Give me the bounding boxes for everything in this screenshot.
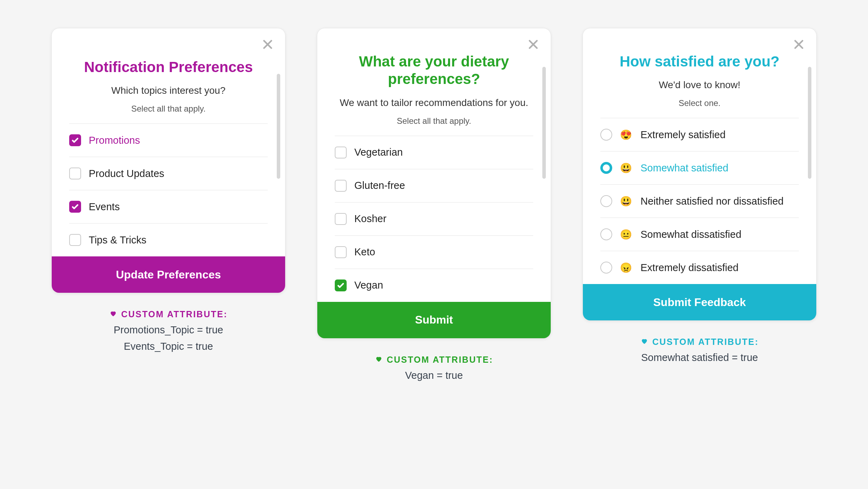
meta-header: CUSTOM ATTRIBUTE: <box>641 337 759 347</box>
radio-option[interactable]: 😃 Somewhat satisfied <box>600 151 799 184</box>
checkbox-option[interactable]: Vegetarian <box>335 136 533 169</box>
checkbox-icon <box>335 246 347 258</box>
option-label: Tips & Tricks <box>89 234 146 246</box>
option-label: Kosher <box>354 213 386 225</box>
card-subtitle: Which topics interest you? <box>69 85 268 96</box>
scrollbar[interactable] <box>542 67 546 179</box>
heart-icon <box>375 355 383 365</box>
radio-icon <box>600 129 612 141</box>
emoji-icon: 😃 <box>620 196 632 207</box>
checkbox-icon <box>335 147 347 158</box>
option-label: Promotions <box>89 135 140 146</box>
card-hint: Select all that apply. <box>335 116 533 126</box>
option-list: Vegetarian Gluten-free Kosher Keto Vegan <box>335 136 533 302</box>
radio-option[interactable]: 😠 Extremely dissatisfied <box>600 251 799 284</box>
option-list: 😍 Extremely satisfied 😃 Somewhat satisfi… <box>600 118 799 284</box>
checkbox-option[interactable]: Keto <box>335 235 533 269</box>
radio-option[interactable]: 😃 Neither satisfied nor dissatisfied <box>600 184 799 218</box>
custom-attribute-note: CUSTOM ATTRIBUTE: Somewhat satisfied = t… <box>641 337 759 363</box>
checkbox-option[interactable]: Tips & Tricks <box>69 223 268 256</box>
scrollbar[interactable] <box>277 74 280 179</box>
survey-card: How satisfied are you? We'd love to know… <box>583 28 817 321</box>
meta-header: CUSTOM ATTRIBUTE: <box>375 355 493 365</box>
radio-option[interactable]: 😍 Extremely satisfied <box>600 118 799 151</box>
option-label: Vegan <box>354 279 383 291</box>
meta-value: Promotions_Topic = true <box>109 324 228 336</box>
meta-label: CUSTOM ATTRIBUTE: <box>387 355 493 365</box>
checkbox-icon <box>335 213 347 225</box>
submit-button[interactable]: Submit Feedback <box>583 284 816 320</box>
card-body: Notification Preferences Which topics in… <box>52 28 285 256</box>
checkbox-icon <box>69 234 81 246</box>
checkbox-icon <box>335 279 347 291</box>
emoji-icon: 😃 <box>620 162 632 174</box>
card-hint: Select one. <box>600 98 799 108</box>
survey-card: What are your dietary preferences? We wa… <box>317 28 551 339</box>
card-body: What are your dietary preferences? We wa… <box>317 28 551 302</box>
card-subtitle: We'd love to know! <box>600 79 799 91</box>
emoji-icon: 😍 <box>620 129 632 141</box>
radio-icon <box>600 162 612 174</box>
emoji-icon: 😠 <box>620 262 632 274</box>
option-label: Product Updates <box>89 168 164 179</box>
survey-column-notifications: Notification Preferences Which topics in… <box>51 28 285 352</box>
submit-button[interactable]: Update Preferences <box>52 256 285 293</box>
close-icon[interactable] <box>261 38 274 51</box>
meta-value: Vegan = true <box>375 370 493 381</box>
survey-column-dietary: What are your dietary preferences? We wa… <box>317 28 551 381</box>
card-hint: Select all that apply. <box>69 104 268 114</box>
emoji-icon: 😐 <box>620 229 632 240</box>
custom-attribute-note: CUSTOM ATTRIBUTE: Vegan = true <box>375 355 493 381</box>
checkbox-option[interactable]: Promotions <box>69 123 268 157</box>
checkbox-option[interactable]: Vegan <box>335 269 533 302</box>
close-icon[interactable] <box>793 38 805 51</box>
meta-label: CUSTOM ATTRIBUTE: <box>121 309 228 319</box>
meta-header: CUSTOM ATTRIBUTE: <box>109 309 228 319</box>
checkbox-option[interactable]: Product Updates <box>69 157 268 190</box>
checkbox-icon <box>69 201 81 213</box>
close-icon[interactable] <box>527 38 540 51</box>
option-label: Somewhat dissatisfied <box>641 229 742 240</box>
meta-label: CUSTOM ATTRIBUTE: <box>652 337 759 347</box>
option-label: Extremely dissatisfied <box>641 262 738 274</box>
meta-value: Somewhat satisfied = true <box>641 352 759 363</box>
survey-column-satisfaction: How satisfied are you? We'd love to know… <box>583 28 817 363</box>
checkbox-icon <box>335 180 347 192</box>
card-title: How satisfied are you? <box>600 53 799 70</box>
meta-value: Events_Topic = true <box>109 341 228 352</box>
card-title: Notification Preferences <box>69 58 268 76</box>
survey-card: Notification Preferences Which topics in… <box>51 28 285 293</box>
option-label: Vegetarian <box>354 147 403 158</box>
checkbox-option[interactable]: Events <box>69 190 268 223</box>
option-label: Events <box>89 201 120 213</box>
checkbox-option[interactable]: Kosher <box>335 202 533 235</box>
scrollbar[interactable] <box>808 67 811 179</box>
radio-icon <box>600 228 612 240</box>
option-label: Keto <box>354 246 375 258</box>
card-body: How satisfied are you? We'd love to know… <box>583 28 816 284</box>
heart-icon <box>641 337 648 347</box>
card-subtitle: We want to tailor recommendations for yo… <box>335 97 533 108</box>
radio-icon <box>600 262 612 274</box>
option-list: Promotions Product Updates Events Tips &… <box>69 123 268 256</box>
card-title: What are your dietary preferences? <box>335 53 533 88</box>
option-label: Somewhat satisfied <box>641 162 728 174</box>
option-label: Extremely satisfied <box>641 129 725 141</box>
checkbox-option[interactable]: Gluten-free <box>335 169 533 202</box>
radio-icon <box>600 195 612 207</box>
option-label: Neither satisfied nor dissatisfied <box>641 196 783 207</box>
heart-icon <box>109 309 117 319</box>
radio-option[interactable]: 😐 Somewhat dissatisfied <box>600 218 799 251</box>
submit-button[interactable]: Submit <box>317 302 551 338</box>
option-label: Gluten-free <box>354 180 405 191</box>
custom-attribute-note: CUSTOM ATTRIBUTE: Promotions_Topic = tru… <box>109 309 228 352</box>
checkbox-icon <box>69 168 81 179</box>
checkbox-icon <box>69 134 81 146</box>
